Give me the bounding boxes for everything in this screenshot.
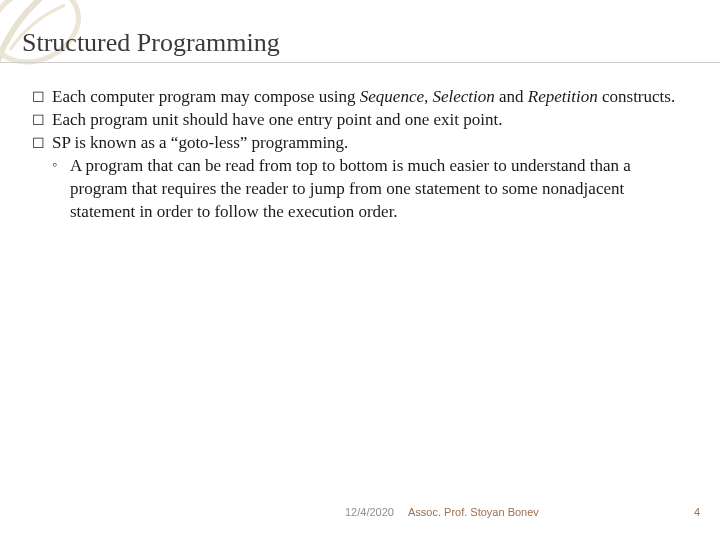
slide-title: Structured Programming <box>22 28 280 58</box>
circle-icon: ◦ <box>52 156 57 175</box>
footer-page-number: 4 <box>694 506 700 518</box>
slide-body: ☐ Each computer program may compose usin… <box>32 86 688 224</box>
italic-text: Sequence, Selection <box>360 87 495 106</box>
title-underline <box>0 62 720 63</box>
sub-bullet-item: ◦ A program that can be read from top to… <box>32 155 688 224</box>
footer-date: 12/4/2020 <box>345 506 394 518</box>
italic-text: Repetition <box>528 87 598 106</box>
checkbox-icon: ☐ <box>32 112 45 131</box>
checkbox-icon: ☐ <box>32 135 45 154</box>
bullet-text: constructs. <box>598 87 675 106</box>
bullet-text: and <box>495 87 528 106</box>
bullet-item: ☐ Each computer program may compose usin… <box>32 86 688 109</box>
sub-bullet-text: A program that can be read from top to b… <box>70 156 631 221</box>
footer-author: Assoc. Prof. Stoyan Bonev <box>408 506 539 518</box>
slide-footer: 12/4/2020 Assoc. Prof. Stoyan Bonev 4 <box>0 506 720 526</box>
bullet-text: Each program unit should have one entry … <box>52 110 502 129</box>
bullet-text: Each computer program may compose using <box>52 87 360 106</box>
bullet-item: ☐ SP is known as a “goto-less” programmi… <box>32 132 688 155</box>
bullet-text: SP is known as a “goto-less” programming… <box>52 133 348 152</box>
checkbox-icon: ☐ <box>32 89 45 108</box>
bullet-item: ☐ Each program unit should have one entr… <box>32 109 688 132</box>
